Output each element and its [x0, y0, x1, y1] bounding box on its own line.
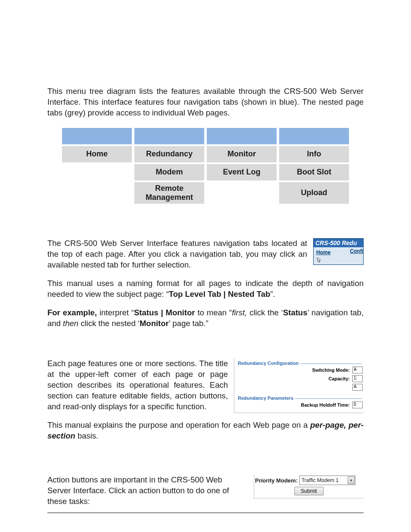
- priority-modem-inset: Priority Modem: Traffic Modem 1 ▼ Submit: [254, 475, 364, 498]
- nested-tab: Home: [62, 146, 132, 162]
- chevron-down-icon: ▼: [348, 476, 355, 484]
- text-bold: Top Level Tab | Nested Tab: [169, 289, 270, 299]
- priority-modem-select[interactable]: Traffic Modem 1 ▼: [299, 476, 355, 485]
- text: This manual explains the purpose and ope…: [47, 420, 310, 429]
- text: to mean “: [195, 308, 232, 317]
- nav-tab-blue: [207, 128, 277, 144]
- text: interpret “: [97, 308, 134, 317]
- nested-tab: Upload: [279, 182, 349, 204]
- nav-tab-blue: [279, 128, 349, 144]
- section-legend: Redundancy Configuration: [236, 361, 300, 366]
- sections-paragraph-2: This manual explains the purpose and ope…: [47, 420, 364, 442]
- navtabs-home-link[interactable]: Home: [316, 249, 330, 255]
- text-bold: Monitor: [140, 319, 169, 328]
- text: ’ page tab.”: [169, 319, 209, 328]
- text-italic: first,: [232, 308, 247, 317]
- nav-tab-blue: [62, 128, 132, 144]
- nav-paragraph-3: For example, interpret “Status | Monitor…: [47, 308, 364, 329]
- nested-tab: Info: [279, 146, 349, 162]
- redundancy-config-inset: Redundancy Configuration Switching Mode:…: [234, 358, 364, 413]
- nested-tab-empty: [207, 182, 277, 204]
- sections-paragraph-1: Each page features one or more sections.…: [47, 358, 228, 412]
- submit-button[interactable]: Submit: [294, 487, 323, 495]
- nested-tab: Event Log: [207, 164, 277, 180]
- text: click the nested ‘: [78, 319, 140, 328]
- nav-paragraph-2: This manual uses a naming format for all…: [47, 278, 364, 300]
- capacity-field-2[interactable]: A: [352, 384, 363, 391]
- action-paragraph-1: Action buttons are important in the CRS-…: [47, 475, 248, 507]
- backup-holdoff-label: Backup Holdoff Time:: [301, 402, 350, 408]
- capacity-label: Capacity:: [328, 376, 350, 381]
- text: click the ‘: [247, 308, 283, 317]
- select-value: Traffic Modem 1: [302, 477, 339, 483]
- navtabs-config-link[interactable]: Confi: [350, 248, 363, 264]
- text: ”.: [270, 289, 275, 299]
- text-bold: For example,: [47, 308, 97, 317]
- text-bold: Status | Monitor: [134, 308, 195, 317]
- switching-mode-field[interactable]: A: [352, 367, 363, 373]
- priority-modem-label: Priority Modem:: [255, 477, 298, 484]
- nested-tab: Modem: [134, 164, 204, 180]
- switching-mode-label: Switching Mode:: [312, 367, 350, 373]
- pointer-cursor-icon: [316, 257, 322, 263]
- backup-holdoff-field[interactable]: 0: [352, 401, 363, 408]
- section-legend: Redundancy Parameters: [236, 395, 295, 401]
- navtabs-inset: CRS-500 Redu Home Confi: [313, 238, 364, 265]
- nested-tab: Monitor: [207, 146, 277, 162]
- nested-tab-empty: [62, 164, 132, 180]
- nav-tab-blue: [134, 128, 204, 144]
- nested-tab: Remote Management: [134, 182, 204, 204]
- nested-tab: Boot Slot: [279, 164, 349, 180]
- capacity-field[interactable]: 1:: [352, 375, 363, 382]
- intro-paragraph: This menu tree diagram lists the feature…: [47, 86, 364, 118]
- menu-tree-table: Home Redundancy Monitor Info Modem Event…: [59, 126, 352, 205]
- nested-tab: Redundancy: [134, 146, 204, 162]
- nested-tab-empty: [62, 182, 132, 204]
- text-bold: Status: [283, 308, 308, 317]
- text-italic: then: [63, 319, 78, 328]
- navtabs-inset-title: CRS-500 Redu: [314, 239, 363, 247]
- footer-rule: [47, 513, 364, 513]
- text: basis.: [75, 431, 98, 440]
